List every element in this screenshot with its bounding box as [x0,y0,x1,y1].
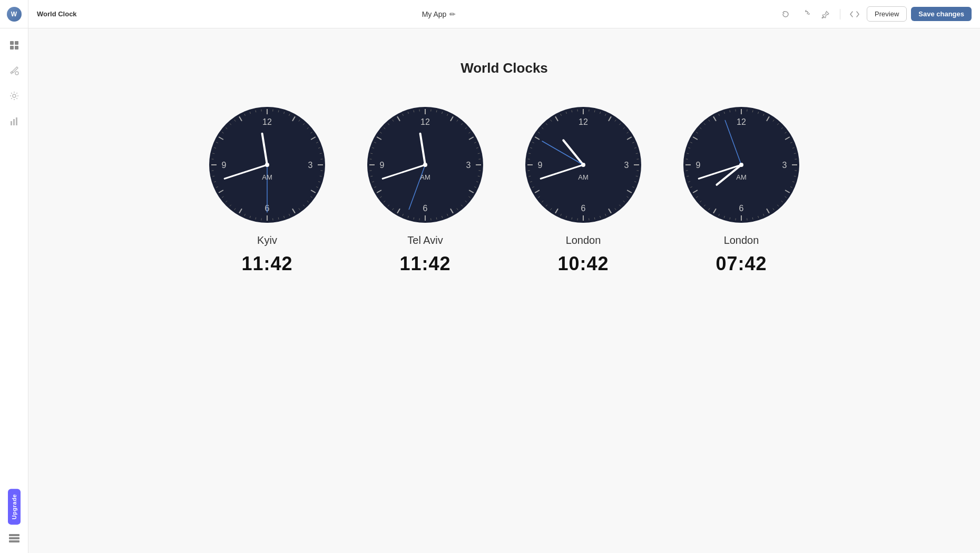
chart-icon [9,116,19,126]
svg-point-150 [423,163,427,167]
pin-button[interactable] [818,6,834,22]
redo-button[interactable] [798,6,814,22]
svg-rect-1 [15,41,18,45]
clock-item-2: 12369AMLondon10:42 [520,102,646,275]
svg-rect-7 [13,119,15,125]
save-button[interactable]: Save changes [911,7,972,21]
clock-time-1: 11:42 [399,253,450,275]
svg-text:6: 6 [739,204,744,213]
world-clocks-title: World Clocks [460,60,548,76]
header-divider [840,9,840,19]
svg-text:9: 9 [380,161,385,170]
svg-text:12: 12 [737,117,746,126]
svg-text:12: 12 [579,117,588,126]
svg-rect-3 [15,46,18,50]
clock-time-3: 07:42 [716,253,767,275]
clock-city-1: Tel Aviv [407,234,443,246]
clock-city-3: London [724,234,759,246]
svg-text:9: 9 [696,161,701,170]
svg-rect-8 [16,117,17,125]
canvas-area: World Clocks 12369AMKyiv11:4212369AMTel … [28,28,980,553]
sidebar-item-settings[interactable] [4,85,25,106]
stack-icon [8,533,21,544]
svg-rect-9 [9,534,19,536]
settings-icon [9,91,19,101]
sidebar-item-grid[interactable] [4,35,25,56]
svg-rect-2 [10,46,14,50]
svg-text:AM: AM [578,173,589,181]
grid-icon [9,40,19,51]
sidebar-bottom: Upgrade [5,489,24,553]
svg-rect-6 [11,121,12,125]
clock-time-2: 10:42 [557,253,609,275]
sidebar-logo[interactable]: W [0,0,28,28]
clock-item-3: 12369AMLondon07:42 [678,102,805,275]
svg-point-290 [739,163,743,167]
svg-text:3: 3 [782,161,787,170]
undo-button[interactable] [778,6,793,22]
clock-face-3: 12369AM [678,102,805,228]
app-title: World Clock [37,10,77,18]
svg-rect-11 [9,540,19,542]
clock-item-1: 12369AMTel Aviv11:42 [362,102,488,275]
tools-icon [9,65,19,76]
svg-point-4 [15,72,18,75]
svg-text:AM: AM [420,173,430,181]
sidebar-stack-icon[interactable] [5,529,24,548]
edit-icon[interactable]: ✏ [449,10,456,18]
header: World Clock My App ✏ Preview Save change… [28,0,980,28]
upgrade-button[interactable]: Upgrade [8,489,21,525]
svg-text:3: 3 [308,161,313,170]
svg-rect-0 [10,41,14,45]
header-actions: Preview Save changes [778,6,972,22]
svg-text:3: 3 [466,161,471,170]
svg-rect-10 [9,537,19,539]
svg-text:9: 9 [222,161,227,170]
clock-city-0: Kyiv [257,234,277,246]
main-area: World Clock My App ✏ Preview Save change… [28,0,980,553]
code-button[interactable] [847,6,863,22]
header-left: World Clock [37,10,100,18]
svg-text:AM: AM [736,173,747,181]
preview-button[interactable]: Preview [867,6,907,22]
app-name-area: My App ✏ [106,10,771,18]
svg-text:9: 9 [538,161,543,170]
sidebar: W Upgrade [0,0,28,553]
svg-point-5 [13,94,16,97]
svg-text:12: 12 [420,117,430,126]
app-name-label: My App [422,10,447,18]
app-logo: W [7,7,22,22]
svg-point-80 [265,163,269,167]
clocks-row: 12369AMKyiv11:4212369AMTel Aviv11:421236… [204,102,805,275]
clock-city-2: London [566,234,601,246]
clock-face-1: 12369AM [362,102,488,228]
svg-text:6: 6 [423,204,428,213]
clock-face-2: 12369AM [520,102,646,228]
svg-text:6: 6 [581,204,586,213]
svg-text:3: 3 [624,161,629,170]
clock-face-0: 12369AM [204,102,330,228]
sidebar-item-analytics[interactable] [4,111,25,132]
svg-text:12: 12 [262,117,272,126]
clock-item-0: 12369AMKyiv11:42 [204,102,330,275]
svg-text:AM: AM [262,173,272,181]
svg-point-220 [581,163,585,167]
clock-time-0: 11:42 [241,253,292,275]
sidebar-item-tools[interactable] [4,60,25,81]
